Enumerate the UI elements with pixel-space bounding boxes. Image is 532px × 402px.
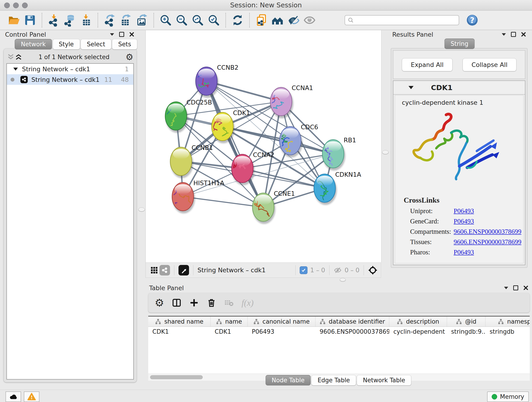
network-collection-row[interactable]: String Network – cdk1 1 — [7, 64, 133, 74]
column-header-namespace[interactable]: namespace — [486, 317, 530, 327]
zoom-in-button[interactable] — [158, 13, 174, 28]
zoom-selected-button[interactable] — [206, 13, 222, 28]
table-cell[interactable]: CDK1 — [148, 328, 210, 335]
open-session-button[interactable] — [6, 13, 22, 28]
string-share-icon[interactable] — [159, 265, 170, 275]
cloud-status-button[interactable] — [6, 391, 21, 402]
crosslink-link[interactable]: 9606.ENSP00000378699 — [454, 238, 521, 246]
network-row[interactable]: String Network – cdk1 11 48 — [7, 74, 133, 85]
import-network-button[interactable] — [46, 13, 62, 28]
network-node-HIST1H1A[interactable]: HIST1H1A — [171, 179, 225, 213]
panel-menu-icon[interactable] — [502, 33, 506, 36]
crosslink-link[interactable]: P06493 — [454, 249, 474, 256]
table-cell[interactable]: 9606.ENSP00000378699 — [316, 328, 389, 335]
tab-node-table[interactable]: Node Table — [266, 375, 311, 385]
panel-float-icon[interactable] — [119, 32, 124, 37]
export-network-button[interactable] — [102, 13, 118, 28]
search-box[interactable] — [345, 15, 459, 25]
left-splitter-handle[interactable] — [138, 207, 145, 211]
center-view-crosshair-icon[interactable] — [368, 265, 378, 275]
open-documents-button[interactable] — [253, 13, 269, 28]
network-node-CDK1[interactable]: CDK1 — [212, 109, 250, 143]
panel-float-icon[interactable] — [511, 32, 516, 37]
crosslink-link[interactable]: 9606.ENSP00000378699 — [454, 228, 521, 235]
import-table-button[interactable] — [78, 13, 94, 28]
network-node-CCNE1[interactable]: CCNE1 — [253, 190, 295, 224]
selected-checkbox-icon[interactable] — [300, 266, 307, 274]
network-graph[interactable]: CCNB2CCNA1CDC25BCDK1CDC6RB1CCNB1CCNA2CDK… — [146, 30, 381, 262]
birdseye-view-icon[interactable] — [178, 265, 189, 275]
tab-edge-table[interactable]: Edge Table — [311, 375, 356, 385]
collapse-all-button[interactable]: Collapse All — [462, 58, 516, 71]
table-cell[interactable]: stringdb:9... — [447, 328, 486, 335]
column-header-shared-name[interactable]: shared name — [148, 317, 210, 327]
export-image-button[interactable] — [134, 13, 150, 28]
table-cell[interactable]: cyclin-dependent ... — [389, 328, 447, 335]
network-node-CDC25B[interactable]: CDC25B — [155, 99, 212, 133]
column-header-canonical-name[interactable]: canonical name — [248, 317, 316, 327]
column-header-name[interactable]: name — [210, 317, 248, 327]
memory-button[interactable]: Memory — [487, 391, 529, 402]
network-node-CDKN1A[interactable]: CDKN1A — [314, 171, 361, 205]
expand-all-chevron-icon[interactable] — [15, 54, 22, 61]
panel-menu-icon[interactable] — [110, 33, 114, 36]
entry-collapse-caret-icon[interactable] — [409, 86, 413, 89]
panel-float-icon[interactable] — [513, 285, 518, 290]
network-node-RB1[interactable]: RB1 — [322, 137, 356, 171]
column-header-label: description — [406, 318, 439, 325]
tab-sets[interactable]: Sets — [112, 39, 137, 50]
table-options-gear-icon[interactable]: ⚙ — [155, 298, 164, 307]
panel-close-icon[interactable] — [129, 32, 134, 37]
table-cell[interactable]: P06493 — [248, 328, 316, 335]
tab-network-table[interactable]: Network Table — [357, 375, 411, 385]
search-input[interactable] — [354, 16, 459, 25]
show-graphics-details-button[interactable] — [302, 13, 317, 28]
crosslink-link[interactable]: P06493 — [454, 217, 474, 225]
network-node-CCNB1[interactable]: CCNB1 — [170, 144, 213, 178]
window-titlebar: Session: New Session — [0, 0, 532, 11]
import-database-button[interactable] — [62, 13, 78, 28]
string-network-icon — [20, 76, 28, 83]
hidden-eye-icon[interactable] — [334, 266, 342, 274]
column-header-database-identifier[interactable]: database identifier — [316, 317, 389, 327]
show-columns-icon[interactable] — [172, 298, 181, 307]
network-node-CDC6[interactable]: CDC6 — [279, 123, 318, 157]
home-button[interactable] — [269, 13, 285, 28]
network-canvas[interactable]: CCNB2CCNA1CDC25BCDK1CDC6RB1CCNB1CCNA2CDK… — [146, 30, 381, 262]
network-node-CCNA1[interactable]: CCNA1 — [266, 84, 313, 118]
tab-network[interactable]: Network — [15, 39, 52, 50]
panel-close-icon[interactable] — [521, 32, 526, 37]
collection-expand-caret-icon[interactable] — [13, 68, 18, 70]
tab-style[interactable]: Style — [53, 39, 80, 50]
horizontal-splitter-handle[interactable] — [340, 278, 346, 281]
node-label: CCNB2 — [217, 64, 239, 71]
table-cell[interactable]: CDK1 — [210, 328, 248, 335]
save-session-button[interactable] — [22, 13, 38, 28]
tab-string[interactable]: String — [444, 38, 475, 49]
tab-select[interactable]: Select — [81, 39, 111, 50]
panel-menu-icon[interactable] — [504, 287, 508, 289]
delete-column-icon[interactable] — [207, 298, 216, 307]
eye-slash-blue-icon — [287, 14, 300, 27]
crosslink-link[interactable]: P06493 — [454, 207, 474, 215]
collapse-all-chevron-icon[interactable] — [7, 54, 15, 61]
panel-close-icon[interactable] — [523, 285, 528, 290]
table-cell[interactable]: stringdb — [486, 328, 530, 335]
right-splitter-handle[interactable] — [382, 150, 389, 154]
grid-view-icon[interactable] — [149, 265, 159, 275]
add-column-icon[interactable] — [189, 298, 199, 307]
column-header-description[interactable]: description — [389, 317, 447, 327]
table-row[interactable]: CDK1CDK1P064939606.ENSP00000378699cyclin… — [148, 327, 530, 337]
zoom-fit-button[interactable] — [190, 13, 206, 28]
column-header-id[interactable]: @id — [447, 317, 486, 327]
export-table-button[interactable] — [118, 13, 134, 28]
warning-status-button[interactable] — [24, 391, 39, 402]
expand-all-button[interactable]: Expand All — [402, 58, 452, 71]
help-button[interactable]: ? — [466, 14, 478, 26]
node-table[interactable]: shared namenamecanonical namedatabase id… — [148, 316, 530, 375]
entry-header[interactable]: CDK1 — [393, 81, 525, 95]
refresh-button[interactable] — [230, 13, 246, 28]
network-options-gear-icon[interactable]: ⚙ — [126, 53, 133, 61]
zoom-out-button[interactable] — [174, 13, 190, 28]
hide-graphics-details-button[interactable] — [285, 13, 302, 28]
